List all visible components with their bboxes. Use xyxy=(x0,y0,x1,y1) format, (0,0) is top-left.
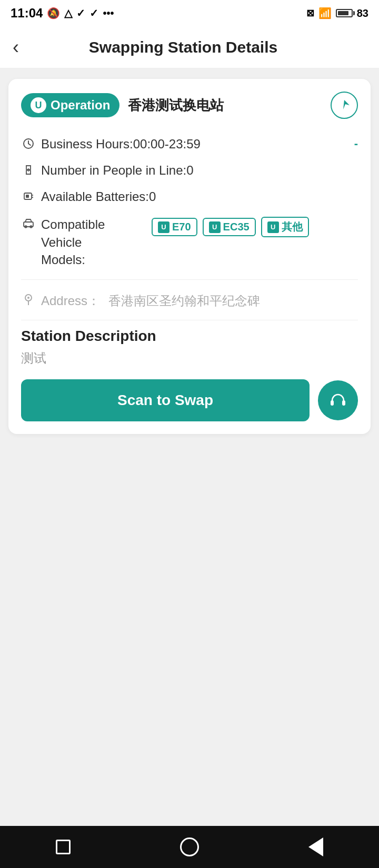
vehicle-models-label: Compatible VehicleModels: xyxy=(41,216,146,269)
car-icon xyxy=(21,218,36,233)
station-description-text: 测试 xyxy=(21,350,358,367)
status-left: 11:04 🔕 △ ✓ ✓ ••• xyxy=(11,6,114,21)
header: ‹ Swapping Station Details xyxy=(0,26,379,68)
svg-rect-12 xyxy=(331,400,334,406)
vehicle-tags: U E70 U EC35 U 其他 xyxy=(152,216,309,237)
address-row: Address： 香港南区圣约翰和平纪念碑 xyxy=(21,285,358,317)
home-button[interactable] xyxy=(177,834,202,860)
tag-u-ec35: U xyxy=(209,221,221,233)
business-hours-dash: - xyxy=(354,137,358,150)
more-icon: ••• xyxy=(103,7,114,19)
customer-support-button[interactable] xyxy=(318,380,358,420)
page-title: Swapping Station Details xyxy=(29,38,337,56)
station-detail-card: U Operation 香港测试换电站 Business Hours:00:00… xyxy=(8,79,371,434)
tag-u-other: U xyxy=(267,221,279,233)
recent-apps-button[interactable] xyxy=(51,834,76,860)
battery-fill xyxy=(338,11,348,15)
back-nav-button[interactable] xyxy=(303,834,328,860)
check2-icon: ✓ xyxy=(89,7,98,19)
business-hours-row: Business Hours:00:00-23:59 - xyxy=(21,132,358,158)
station-name: 香港测试换电站 xyxy=(128,96,224,115)
address-text: 香港南区圣约翰和平纪念碑 xyxy=(108,292,260,309)
address-label: Address： xyxy=(41,292,100,309)
status-bar: 11:04 🔕 △ ✓ ✓ ••• ⊠ 📶 83 xyxy=(0,0,379,26)
sim-icon: ⊠ xyxy=(306,7,314,19)
vehicle-models-row: Compatible VehicleModels: U E70 U EC35 U… xyxy=(21,210,358,274)
u-logo: U xyxy=(31,97,46,113)
clock-icon xyxy=(21,138,36,153)
people-in-line-text: Number in People in Line:0 xyxy=(41,163,358,178)
svg-line-2 xyxy=(28,144,31,145)
info-section: Business Hours:00:00-23:59 - Number in P… xyxy=(21,132,358,274)
square-icon xyxy=(56,840,71,854)
circle-icon xyxy=(180,837,199,856)
triangle-icon xyxy=(308,837,323,856)
svg-rect-6 xyxy=(26,195,29,198)
station-header-left: U Operation 香港测试换电站 xyxy=(21,93,224,117)
scan-to-swap-button[interactable]: Scan to Swap xyxy=(21,379,310,421)
available-batteries-text: Available Batteries:0 xyxy=(41,189,358,204)
svg-point-11 xyxy=(27,297,29,299)
available-batteries-row: Available Batteries:0 xyxy=(21,184,358,210)
wifi-icon: 📶 xyxy=(318,7,332,19)
battery-icon xyxy=(336,9,353,17)
silent-icon: 🔕 xyxy=(47,7,60,19)
status-time: 11:04 xyxy=(11,6,43,21)
vehicle-tag-e70: U E70 xyxy=(152,218,197,236)
vehicle-tag-other: U 其他 xyxy=(261,217,309,237)
divider-1 xyxy=(21,279,358,280)
hourglass-icon xyxy=(21,164,36,179)
battery-list-icon xyxy=(21,190,36,205)
bottom-actions: Scan to Swap xyxy=(21,379,358,421)
tag-name-e70: E70 xyxy=(172,221,191,233)
location-pin-icon xyxy=(21,294,36,308)
headphone-icon xyxy=(328,390,348,410)
svg-rect-13 xyxy=(342,400,345,406)
back-button[interactable]: ‹ xyxy=(13,36,19,58)
battery-percent: 83 xyxy=(357,7,368,19)
tag-u-e70: U xyxy=(158,221,169,233)
navigate-button[interactable] xyxy=(331,92,358,119)
business-hours-text: Business Hours:00:00-23:59 xyxy=(41,137,349,152)
people-in-line-row: Number in People in Line:0 xyxy=(21,158,358,184)
cloud-icon: △ xyxy=(64,7,72,19)
tag-name-ec35: EC35 xyxy=(223,221,250,233)
operation-badge: U Operation xyxy=(21,93,119,117)
operation-label: Operation xyxy=(51,98,110,113)
station-header-row: U Operation 香港测试换电站 xyxy=(21,92,358,119)
tag-name-other: 其他 xyxy=(282,220,303,234)
divider-2 xyxy=(21,320,358,320)
status-right: ⊠ 📶 83 xyxy=(306,7,368,19)
station-description-title: Station Description xyxy=(21,328,358,345)
vehicle-tag-ec35: U EC35 xyxy=(203,218,256,236)
nav-bar xyxy=(0,826,379,868)
check-icon: ✓ xyxy=(76,7,85,19)
